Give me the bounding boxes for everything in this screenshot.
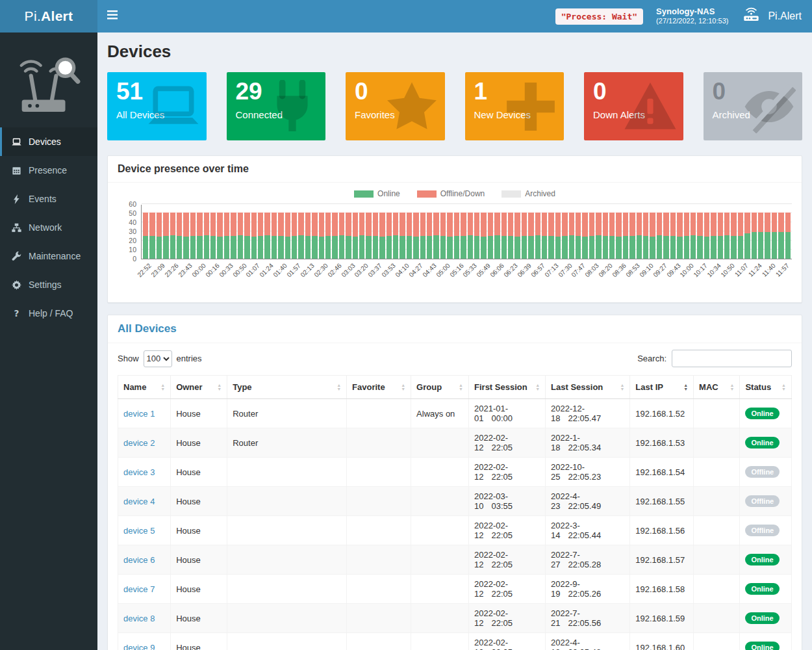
table-row: device 5House2022-02-1222:052022-3-1422:… <box>118 516 792 545</box>
column-header-group[interactable]: Group▲▼ <box>411 376 469 399</box>
entries-select[interactable]: 100 <box>144 350 172 367</box>
sort-icon: ▲▼ <box>459 384 463 391</box>
x-tick-label: 11:40 <box>761 262 777 278</box>
legend-item-archived: Archived <box>501 189 555 198</box>
cell-first-session: 2022-02-1222:05 <box>469 604 546 633</box>
online-segment <box>278 236 283 259</box>
info-box-down-alerts[interactable]: 0Down Alerts <box>584 72 683 140</box>
y-tick-label: 60 <box>129 200 136 208</box>
info-box-new-devices[interactable]: 1New Devices <box>465 72 565 140</box>
sidebar-item-network[interactable]: Network <box>0 213 97 242</box>
presence-bar <box>272 213 277 259</box>
column-header-inner: Group▲▼ <box>416 382 463 392</box>
sidebar-item-presence[interactable]: Presence <box>0 156 97 185</box>
presence-bar <box>447 213 452 259</box>
cell-mac <box>694 575 740 604</box>
sidebar-item-devices[interactable]: Devices <box>0 127 97 156</box>
device-link[interactable]: device 4 <box>123 497 155 506</box>
y-tick-label: 0 <box>133 255 136 263</box>
offline-segment <box>177 213 182 236</box>
offline-segment <box>488 213 493 236</box>
device-link[interactable]: device 6 <box>123 555 155 565</box>
brand-suffix: Alert <box>41 8 73 24</box>
bolt-icon <box>12 194 21 204</box>
online-segment <box>393 235 398 259</box>
info-box-all-devices[interactable]: 51All Devices <box>107 72 207 140</box>
info-box-favorites[interactable]: 0Favorites <box>346 72 445 140</box>
x-tick-label: 05:16 <box>448 262 464 278</box>
presence-bar <box>149 213 155 259</box>
online-segment <box>387 236 392 259</box>
presence-chart: OnlineOffline/DownArchived 0102030405060… <box>108 183 802 302</box>
offline-segment <box>609 213 615 236</box>
sort-icon: ▲▼ <box>336 384 341 391</box>
online-segment <box>629 236 635 259</box>
info-box-connected[interactable]: 29Connected <box>227 72 326 140</box>
presence-bar <box>697 213 702 259</box>
online-segment <box>379 237 385 259</box>
cell-last-session: 2022-3-1422:05.44 <box>546 516 630 545</box>
column-header-type[interactable]: Type▲▼ <box>227 376 347 399</box>
offline-segment <box>373 213 378 236</box>
column-header-last-ip[interactable]: Last IP▲▼ <box>630 376 694 399</box>
cell-favorite <box>347 633 411 650</box>
column-header-status[interactable]: Status▲▼ <box>740 376 792 399</box>
x-tick-label: 10:34 <box>705 262 722 278</box>
column-header-owner[interactable]: Owner▲▼ <box>171 376 227 399</box>
device-link[interactable]: device 3 <box>123 467 155 477</box>
online-segment <box>217 237 222 259</box>
cell-last-session: 2022-10-2522:05.23 <box>546 458 630 487</box>
pialert-logo <box>0 32 97 127</box>
presence-bar <box>359 213 364 259</box>
device-link[interactable]: device 7 <box>123 584 155 594</box>
online-segment <box>339 235 344 259</box>
presence-bar <box>332 213 337 259</box>
brand-logo[interactable]: Pi.Alert <box>0 0 97 32</box>
sidebar-item-maintenance[interactable]: Maintenance <box>0 242 97 270</box>
offline-segment <box>562 213 567 236</box>
online-segment <box>596 235 601 259</box>
presence-bar <box>346 213 351 259</box>
sidebar-item-label: Devices <box>29 136 61 147</box>
info-box-archived[interactable]: 0Archived <box>704 72 803 140</box>
column-header-mac[interactable]: MAC▲▼ <box>694 376 740 399</box>
column-header-first-session[interactable]: First Session▲▼ <box>469 376 546 399</box>
last-session-time: 22:05.34 <box>568 443 602 452</box>
wrench-icon <box>12 252 21 261</box>
hamburger-icon <box>107 10 118 22</box>
online-segment <box>528 236 533 259</box>
column-header-name[interactable]: Name▲▼ <box>118 376 171 399</box>
status-badge: Online <box>745 408 779 419</box>
cell-name: device 5 <box>118 516 171 545</box>
column-header-inner: Type▲▼ <box>233 382 341 392</box>
table-header-row: Name▲▼Owner▲▼Type▲▼Favorite▲▼Group▲▼Firs… <box>118 376 792 399</box>
devices-panel-title: All Devices <box>118 322 177 335</box>
online-segment <box>163 236 168 259</box>
device-link[interactable]: device 1 <box>123 409 155 419</box>
sidebar-item-settings[interactable]: Settings <box>0 270 97 299</box>
cell-name: device 7 <box>118 575 171 604</box>
sidebar-toggle-button[interactable] <box>97 0 127 32</box>
status-badge: Online <box>745 612 779 624</box>
online-segment <box>474 236 479 259</box>
search-input[interactable] <box>672 350 792 367</box>
x-tick-label: 01:40 <box>272 262 288 278</box>
device-link[interactable]: device 8 <box>123 614 155 623</box>
offline-segment <box>663 213 668 236</box>
svg-text:?: ? <box>14 309 19 318</box>
laptop-icon <box>147 80 200 133</box>
presence-bar <box>576 213 581 259</box>
online-segment <box>576 236 581 259</box>
offline-segment <box>251 213 257 237</box>
column-header-last-session[interactable]: Last Session▲▼ <box>546 376 630 399</box>
online-segment <box>454 236 459 259</box>
device-link[interactable]: device 5 <box>123 526 155 536</box>
chart-y-axis: 0102030405060 <box>118 205 141 259</box>
sidebar-item-help-faq[interactable]: ?Help / FAQ <box>0 299 97 328</box>
column-header-favorite[interactable]: Favorite▲▼ <box>347 376 411 399</box>
online-segment <box>488 236 493 259</box>
offline-segment <box>596 213 601 235</box>
device-link[interactable]: device 2 <box>123 438 155 448</box>
sidebar-item-events[interactable]: Events <box>0 185 97 213</box>
device-link[interactable]: device 9 <box>123 643 155 650</box>
